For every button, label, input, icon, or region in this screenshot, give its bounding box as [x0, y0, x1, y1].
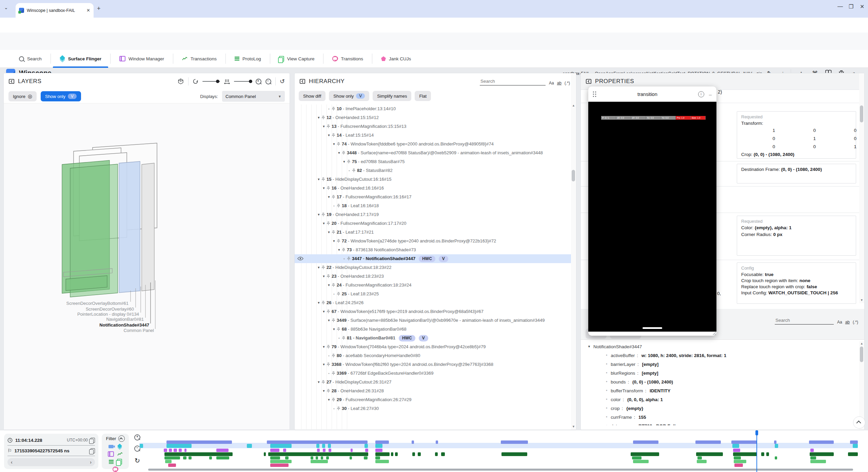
timeline-segment[interactable]	[365, 449, 368, 452]
expand-arrow-icon[interactable]: ▼	[321, 219, 327, 228]
timeline-segment[interactable]	[264, 452, 266, 456]
timeline-segment[interactable]	[285, 456, 289, 459]
drag-handle-icon[interactable]	[592, 91, 597, 97]
proto-property-row[interactable]: • bounds: (0, 0) - (1080, 2400)	[581, 377, 864, 386]
pin-icon[interactable]	[342, 336, 346, 340]
pin-icon[interactable]	[332, 283, 335, 287]
timeline-segment[interactable]	[775, 444, 778, 448]
window-restore-button[interactable]: ❐	[849, 3, 853, 10]
pin-icon[interactable]	[337, 204, 340, 208]
tree-node[interactable]: • 3369 - 67726bf EdgeBackGestureHandler0…	[295, 369, 576, 378]
timeline-segment[interactable]	[316, 456, 318, 459]
timeline-segment[interactable]	[350, 456, 352, 459]
timeline-segment[interactable]	[166, 440, 232, 444]
timeline-segment[interactable]	[322, 444, 325, 448]
spacing-icon[interactable]	[224, 79, 230, 84]
timeline-segment[interactable]	[435, 452, 438, 456]
timeline-segment[interactable]	[216, 456, 229, 459]
timeline-segment[interactable]	[501, 452, 527, 456]
proto-property-row[interactable]: • dataspace: BT709 sRGB Full range	[581, 421, 864, 425]
proto-property-row[interactable]: • blurRegions: [empty]	[581, 369, 864, 377]
tree-node[interactable]: ▼ 13 - FullscreenMagnification:15:15#13	[295, 122, 576, 131]
hierarchy-search-input[interactable]	[480, 77, 546, 85]
match-word-icon[interactable]: ab	[557, 81, 561, 85]
expand-arrow-icon[interactable]: ▼	[326, 395, 332, 404]
timeline-reset-icon[interactable]: ↻	[135, 457, 140, 465]
tree-node[interactable]: ▼ 27 - HideDisplayCutout:26:31#27	[295, 378, 576, 387]
timeline-segment[interactable]	[391, 452, 393, 456]
view-capture-trace-icon[interactable]	[117, 459, 122, 465]
tree-node[interactable]: ▼ 23 - OneHanded:18:23#23	[295, 272, 576, 281]
expand-arrow-icon[interactable]: ▼	[326, 228, 332, 237]
tab-surface-flinger[interactable]: Surface Flinger	[51, 50, 110, 68]
timeline-segment[interactable]	[326, 456, 329, 459]
reset-view-icon[interactable]: ↺	[280, 78, 285, 85]
timeline-segment[interactable]	[412, 452, 415, 456]
timeline-segment[interactable]	[810, 449, 814, 452]
timeline-segment[interactable]	[810, 452, 834, 456]
expand-arrow-icon[interactable]: ▼	[331, 140, 337, 149]
tree-node[interactable]: ▼ 22 - HideDisplayCutout:18:23#22	[295, 263, 576, 272]
collapse-panel-icon[interactable]	[8, 78, 15, 84]
copy-icon[interactable]	[91, 438, 95, 443]
match-case-icon[interactable]: Aa	[837, 320, 842, 324]
pin-icon[interactable]	[337, 292, 340, 296]
expand-arrow-icon[interactable]: ▼	[321, 342, 327, 351]
pin-icon[interactable]	[321, 177, 325, 181]
expand-arrow-icon[interactable]: ▼	[336, 245, 342, 254]
timeline-segment[interactable]	[364, 456, 367, 459]
timeline-segment[interactable]	[810, 456, 816, 459]
pin-icon[interactable]	[321, 116, 325, 120]
scroll-down-icon[interactable]: ▼	[571, 425, 576, 428]
timeline-segment[interactable]	[316, 444, 319, 448]
window-minimize-button[interactable]: —	[837, 3, 843, 9]
timeline-segment[interactable]	[216, 449, 229, 452]
timeline-segment[interactable]	[775, 456, 777, 459]
rotation-slider[interactable]	[202, 81, 220, 82]
copy-icon[interactable]	[91, 448, 95, 453]
expand-arrow-icon[interactable]: ▼	[326, 316, 332, 325]
timeline-segment[interactable]	[140, 444, 143, 448]
ns-time-row[interactable]: ⚐ 1715339054227572545 ns	[7, 446, 95, 456]
tree-node[interactable]: ▼ 3449 - Surface(name=885b63e Navigation…	[295, 316, 576, 325]
timeline-segment[interactable]	[734, 460, 747, 463]
tab-search[interactable]: Search	[10, 50, 51, 68]
expand-arrow-icon[interactable]: ▼	[326, 131, 332, 140]
timeline-scrollbar[interactable]	[148, 469, 853, 471]
timeline-segment[interactable]	[412, 440, 414, 444]
tree-node[interactable]: ▼ 3448 - Surface(name=ed70f88 StatusBar)…	[295, 149, 576, 157]
tree-node[interactable]: • 25 - Leaf:18:23#25	[295, 290, 576, 298]
timeline-segment[interactable]	[375, 460, 389, 463]
hierarchy-scrollbar[interactable]: ▲ ▼	[571, 73, 576, 430]
tree-node[interactable]: ▼ 72 - WindowToken{a2746de type=2040 and…	[295, 237, 576, 245]
timeline-segment[interactable]	[321, 456, 323, 459]
tree-node[interactable]: • 30 - Leaf:26:27#30	[295, 404, 576, 413]
tree-node[interactable]: ▼ 74 - WindowToken{fdddbe6 type=2000 and…	[295, 140, 576, 149]
flat-chip[interactable]: Flat	[415, 91, 431, 101]
timeline-segment[interactable]	[375, 449, 382, 452]
scroll-up-icon[interactable]: ▲	[571, 104, 576, 107]
layer-label[interactable]: PointerLocation - display 0#134	[77, 312, 139, 317]
expand-arrow-icon[interactable]: ▼	[316, 263, 321, 272]
expand-arrow-icon[interactable]: ▼	[316, 298, 321, 307]
timeline-segment[interactable]	[329, 449, 331, 452]
cube-3d-icon[interactable]	[177, 78, 184, 85]
tree-node[interactable]: ▼ 14 - Leaf:15:15#14	[295, 131, 576, 140]
tree-node[interactable]: ▼ 26 - Leaf:24:25#26	[295, 298, 576, 307]
pin-icon[interactable]	[321, 266, 325, 270]
tree-node[interactable]: ▼ 73 - 8736138 NotificationShade#73	[295, 245, 576, 254]
timeline-segment[interactable]	[164, 449, 167, 452]
pin-icon[interactable]	[327, 345, 330, 349]
timeline-segment[interactable]	[351, 449, 353, 452]
timeline-segment[interactable]	[418, 452, 420, 456]
spacing-slider[interactable]	[234, 81, 252, 82]
tab-jank-cujs[interactable]: Jank CUJs	[372, 50, 420, 68]
ignore-chip[interactable]: Ignore◎	[8, 91, 37, 101]
pin-icon[interactable]	[342, 151, 346, 155]
tab-close-icon[interactable]: ✕	[86, 8, 90, 13]
tree-node[interactable]: ▼ 79 - WindowToken{7046b4a type=2024 and…	[295, 342, 576, 351]
timeline-segment[interactable]	[375, 452, 390, 456]
timeline-segment[interactable]	[734, 456, 741, 459]
tree-node[interactable]: • 82 - StatusBar#82	[295, 166, 576, 175]
timeline-segment[interactable]	[179, 449, 182, 452]
